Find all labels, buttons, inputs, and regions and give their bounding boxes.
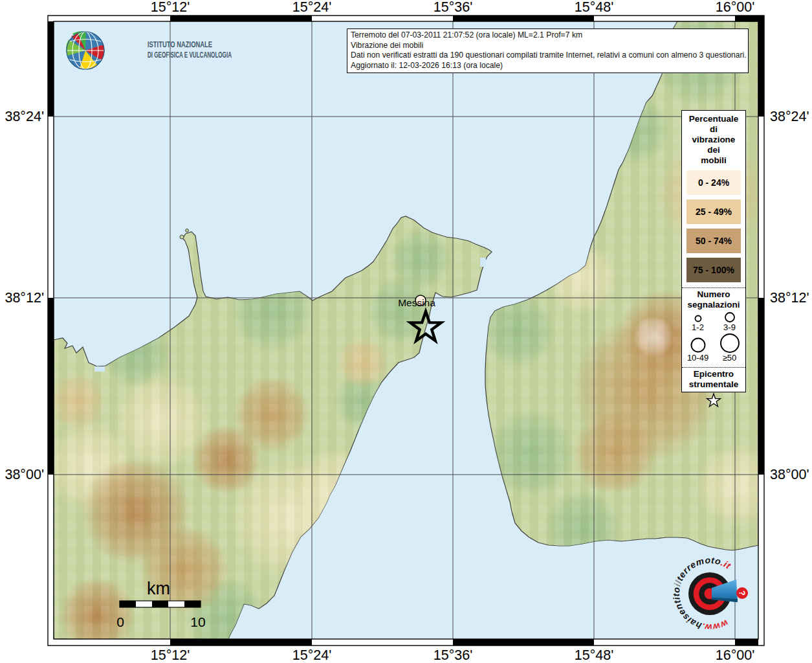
- axis-label-bottom: 15°36': [433, 647, 473, 663]
- legend-counts: 1-2 3-9 10-49 ≥50: [682, 310, 745, 362]
- legend-epicenter-title: Epicentro strumentale: [682, 368, 745, 390]
- axis-label-top: 15°12': [151, 0, 190, 15]
- legend-panel: Percentuale di vibrazione dei mobili 0 -…: [681, 110, 746, 392]
- ingv-name-line2: DI GEOFISICA E VULCANOLOGIA: [148, 51, 232, 60]
- scale-from-label: 0: [116, 614, 124, 629]
- axis-label-right: 38°12': [770, 290, 809, 306]
- count-circle-icon: [690, 337, 707, 353]
- city-label: Messina: [398, 297, 435, 308]
- city-report-marker: Messina: [398, 295, 435, 308]
- count-circle-icon: [724, 311, 736, 322]
- count-circle-icon: [694, 314, 703, 322]
- scale-to-label: 10: [190, 614, 205, 629]
- count-item-1-2: 1-2: [682, 313, 714, 332]
- axis-label-left: 38°00': [5, 467, 44, 482]
- svg-text:?: ?: [737, 590, 747, 596]
- info-line-disclaimer: Dati non verificati estratti da 190 ques…: [351, 51, 745, 61]
- count-circle-icon: [719, 333, 740, 353]
- lagoon: [94, 366, 105, 372]
- legend-title: Percentuale di vibrazione dei mobili: [682, 111, 745, 166]
- axis-label-top: 15°48': [575, 0, 614, 15]
- legend-swatch-0-24: 0 - 24%: [686, 170, 741, 195]
- islet: [186, 229, 189, 232]
- legend-swatch-50-74: 50 - 74%: [686, 229, 741, 253]
- axis-label-bottom: 15°24': [292, 647, 332, 663]
- axis-label-top: 15°24': [292, 0, 332, 15]
- axis-label-right: 38°24': [770, 109, 809, 124]
- info-line-question: Vibrazione dei mobili: [351, 41, 745, 51]
- axis-label-left: 38°24': [5, 109, 44, 124]
- info-line-updated: Aggiornato il: 12-03-2026 16:13 (ora loc…: [351, 61, 745, 71]
- axis-label-bottom: 16°00': [716, 647, 755, 663]
- epicenter-star-icon: [704, 392, 723, 409]
- count-item-50plus: ≥50: [714, 332, 745, 362]
- count-item-10-49: 10-49: [682, 335, 714, 362]
- legend-counts-title: Numero segnalazioni: [682, 288, 745, 310]
- axis-label-top: 16°00': [716, 0, 755, 15]
- axis-label-bottom: 15°48': [575, 647, 614, 663]
- axis-label-right: 38°00': [770, 467, 809, 482]
- legend-swatch-75-100: 75 - 100%: [686, 258, 741, 282]
- info-box: Terremoto del 07-03-2011 21:07:52 (ora l…: [347, 28, 749, 73]
- scale-unit-label: km: [147, 579, 170, 598]
- map-window: km 0 10: [0, 0, 812, 663]
- axis-label-bottom: 15°12': [151, 647, 190, 663]
- legend-swatch-25-49: 25 - 49%: [686, 199, 741, 224]
- axis-label-left: 38°12': [5, 290, 44, 306]
- count-item-3-9: 3-9: [714, 310, 745, 332]
- axis-label-top: 15°36': [433, 0, 473, 15]
- info-line-event: Terremoto del 07-03-2011 21:07:52 (ora l…: [351, 30, 745, 41]
- lagoon: [480, 258, 486, 267]
- ingv-name-line1: ISTITUTO NAZIONALE: [148, 40, 212, 49]
